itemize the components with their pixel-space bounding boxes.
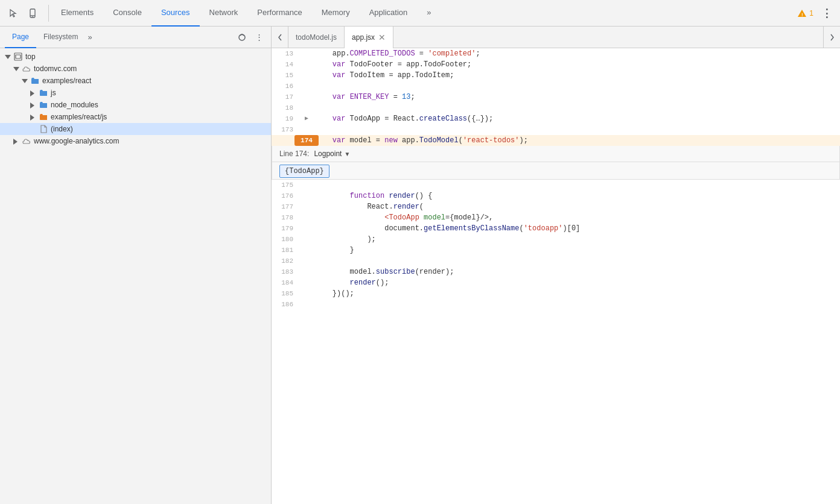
editor-tab-close-icon[interactable]: ✕: [378, 33, 386, 42]
code-line-16: 16: [272, 81, 840, 92]
tree-item-examples-react-js[interactable]: examples/react/js: [0, 111, 271, 123]
editor-tab-todomodel[interactable]: todoModel.js: [288, 27, 345, 48]
tree-label-index: (index): [51, 125, 73, 133]
line-content-180: );: [313, 234, 840, 245]
more-options-icon[interactable]: ⋮: [252, 30, 266, 45]
svg-text:!: !: [801, 12, 803, 17]
tab-performance[interactable]: Performance: [247, 0, 311, 27]
tree-arrow-js: [30, 89, 39, 96]
code-line-175: 175: [272, 180, 840, 191]
code-line-178: 178 <TodoApp model={model}/>,: [272, 212, 840, 223]
tab-console[interactable]: Console: [103, 0, 151, 27]
code-line-177: 177 React.render(: [272, 201, 840, 212]
tree-item-index[interactable]: (index): [0, 123, 271, 135]
tab-application[interactable]: Application: [360, 0, 418, 27]
main-toolbar: Elements Console Sources Network Perform…: [0, 0, 840, 27]
tree-item-google-analytics[interactable]: www.google-analytics.com: [0, 135, 271, 147]
warning-badge[interactable]: ! 1: [797, 8, 813, 18]
code-line-183: 183 model.subscribe(render);: [272, 266, 840, 277]
tab-network[interactable]: Network: [200, 0, 248, 27]
code-line-176: 176 function render() {: [272, 191, 840, 201]
mobile-icon[interactable]: [24, 5, 41, 22]
editor-collapse-icon[interactable]: [823, 27, 840, 48]
line-num-185: 185: [272, 288, 301, 299]
tab-more[interactable]: »: [417, 0, 441, 27]
line-num-173: 173: [272, 124, 301, 135]
line-num-13: 13: [272, 48, 301, 59]
folder-icon-js: [39, 88, 48, 98]
line-num-181: 181: [272, 245, 301, 256]
line-content-15: var TodoItem = app.TodoItem;: [313, 70, 840, 81]
line-num-15: 15: [272, 70, 301, 81]
svg-rect-7: [16, 55, 21, 58]
right-panel: todoModel.js app.jsx ✕ 13 app.COMPLETED_…: [272, 27, 840, 504]
tab-filesystem[interactable]: Filesystem: [36, 27, 85, 48]
code-line-181: 181 }: [272, 245, 840, 256]
folder-icon-examples-react: [30, 76, 40, 86]
tree-item-examples-react[interactable]: examples/react: [0, 75, 271, 87]
tree-item-node-modules[interactable]: node_modules: [0, 99, 271, 111]
tab-page[interactable]: Page: [5, 27, 36, 48]
code-editor: 13 app.COMPLETED_TODOS = 'completed'; 14…: [272, 48, 840, 504]
cursor-icon[interactable]: [5, 5, 22, 22]
code-line-185: 185 })();: [272, 288, 840, 299]
tree-item-todomvc[interactable]: todomvc.com: [0, 63, 271, 75]
line-num-183: 183: [272, 266, 301, 277]
main-layout: Page Filesystem » ⋮: [0, 27, 840, 504]
line-num-179: 179: [272, 223, 301, 234]
tab-memory[interactable]: Memory: [312, 0, 360, 27]
code-line-18: 18: [272, 102, 840, 113]
tree-item-js[interactable]: js: [0, 87, 271, 99]
line-content-177: React.render(: [313, 201, 840, 212]
execution-arrow-icon: ▶: [305, 113, 308, 124]
frame-icon: [13, 52, 23, 61]
line-content-181: }: [313, 245, 840, 256]
sub-tabs-bar: Page Filesystem » ⋮: [0, 27, 271, 48]
tree-arrow-google: [13, 137, 22, 144]
editor-tab-back[interactable]: [272, 27, 288, 48]
editor-tabs: todoModel.js app.jsx ✕: [272, 27, 840, 48]
code-line-174: 174 var model = new app.TodoModel('react…: [272, 135, 840, 146]
code-line-186: 186: [272, 299, 840, 310]
toolbar-tabs: Elements Console Sources Network Perform…: [51, 0, 797, 26]
editor-tab-appjsx[interactable]: app.jsx ✕: [345, 27, 393, 48]
tree-label-node-modules: node_modules: [51, 101, 98, 109]
line-content-17: var ENTER_KEY = 13;: [313, 92, 840, 102]
line-num-176: 176: [272, 191, 301, 201]
logpoint-popup: Line 174: Logpoint ▼ {TodoApp}: [272, 146, 840, 180]
line-content-176: function render() {: [313, 191, 840, 201]
logpoint-type-select[interactable]: Logpoint ▼: [314, 150, 350, 158]
line-num-16: 16: [272, 81, 301, 92]
tree-label-todomvc: todomvc.com: [34, 65, 77, 73]
file-icon-index: [39, 124, 48, 134]
left-panel: Page Filesystem » ⋮: [0, 27, 272, 504]
file-tree: top todomvc.com: [0, 48, 271, 504]
line-content-19: var TodoApp = React.createClass({…});: [313, 113, 840, 124]
tab-sources[interactable]: Sources: [151, 0, 200, 27]
line-num-175: 175: [272, 180, 301, 191]
cloud-icon-todomvc: [22, 64, 31, 74]
logpoint-input[interactable]: {TodoApp}: [279, 165, 329, 178]
code-line-15: 15 var TodoItem = app.TodoItem;: [272, 70, 840, 81]
toolbar-options-icon[interactable]: ⋮: [818, 5, 835, 22]
tree-arrow-node-modules: [30, 101, 39, 108]
code-line-173: 173: [272, 124, 840, 135]
sub-tabs-more[interactable]: »: [85, 33, 94, 42]
line-num-17: 17: [272, 92, 301, 102]
devtools-icons: [5, 5, 49, 22]
sub-tab-actions: ⋮: [235, 30, 266, 45]
tab-elements[interactable]: Elements: [51, 0, 103, 27]
folder-icon-examples-react-js: [39, 112, 48, 122]
tree-item-top[interactable]: top: [0, 51, 271, 63]
sync-icon[interactable]: [235, 30, 249, 45]
svg-point-2: [32, 16, 33, 16]
logpoint-header: Line 174: Logpoint ▼: [272, 146, 839, 162]
logpoint-line-label: Line 174:: [279, 150, 309, 158]
logpoint-input-row: {TodoApp}: [272, 162, 839, 179]
tree-label-js: js: [51, 89, 56, 97]
line-content-178: <TodoApp model={model}/>,: [313, 212, 840, 223]
code-line-180: 180 );: [272, 234, 840, 245]
tree-arrow-top: [5, 54, 13, 60]
toolbar-right: ! 1 ⋮: [797, 5, 835, 22]
line-gutter-19: ▶: [301, 113, 313, 124]
